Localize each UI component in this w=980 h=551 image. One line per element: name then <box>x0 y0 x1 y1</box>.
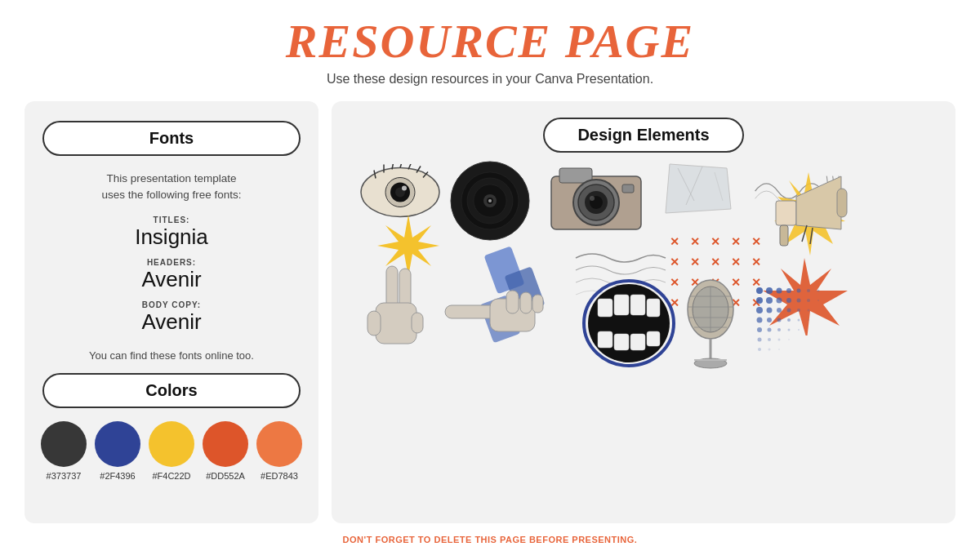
svg-point-119 <box>787 318 791 322</box>
svg-point-115 <box>808 309 810 312</box>
svg-point-77 <box>588 284 670 362</box>
svg-rect-69 <box>368 311 381 335</box>
svg-rect-78 <box>598 299 612 317</box>
svg-point-118 <box>777 318 782 322</box>
svg-point-130 <box>788 339 790 340</box>
svg-point-121 <box>808 319 809 321</box>
mouth-element <box>580 278 678 368</box>
svg-point-109 <box>817 300 819 301</box>
svg-point-120 <box>798 319 800 322</box>
svg-point-124 <box>777 328 781 331</box>
svg-point-103 <box>756 297 763 304</box>
svg-point-106 <box>786 298 791 303</box>
svg-point-18 <box>488 199 492 202</box>
design-elements-label: Design Elements <box>543 118 743 153</box>
svg-point-105 <box>777 298 782 304</box>
font-titles-label: TITLES: <box>51 216 292 224</box>
color-swatch-4: #DD552A <box>203 421 248 481</box>
svg-point-108 <box>807 299 810 302</box>
color-hex-2: #2F4396 <box>100 471 135 481</box>
font-headers-label: HEADERS: <box>51 258 292 267</box>
svg-rect-68 <box>376 303 416 344</box>
svg-point-114 <box>797 309 800 312</box>
page-wrapper: RESOURCE PAGE Use these design resources… <box>0 0 980 551</box>
svg-text:✕: ✕ <box>670 256 679 269</box>
svg-point-96 <box>756 287 763 294</box>
svg-point-133 <box>778 349 780 350</box>
font-item-body: BODY COPY: Avenir <box>51 300 292 335</box>
colors-section: Colors #373737 #2F4396 #F4C22D <box>42 373 301 481</box>
svg-text:✕: ✕ <box>690 235 700 248</box>
pointing-hand-element <box>441 282 547 348</box>
font-headers-value: Avenir <box>51 267 292 292</box>
font-titles-value: Insignia <box>51 224 292 250</box>
font-body-label: BODY COPY: <box>51 300 292 309</box>
color-swatch-3: #F4C22D <box>149 421 194 481</box>
svg-point-4 <box>402 186 407 191</box>
camera-element <box>547 160 645 233</box>
svg-marker-27 <box>666 164 731 213</box>
svg-text:✕: ✕ <box>710 235 720 248</box>
color-circle-2 <box>95 421 140 467</box>
megaphone-element <box>751 164 866 262</box>
svg-point-116 <box>757 318 763 323</box>
elements-grid: ✕ ✕ ✕ ✕ ✕ ✕ ✕ ✕ ✕ ✕ ✕ ✕ ✕ <box>351 164 936 510</box>
svg-rect-61 <box>837 189 847 217</box>
svg-rect-84 <box>630 334 645 350</box>
color-hex-3: #F4C22D <box>152 471 190 481</box>
font-body-value: Avenir <box>51 309 292 335</box>
main-content: Fonts This presentation templateuses the… <box>0 93 980 531</box>
svg-point-99 <box>786 288 791 293</box>
svg-point-131 <box>758 348 761 351</box>
svg-point-125 <box>788 329 791 331</box>
fonts-label: Fonts <box>42 121 301 156</box>
svg-rect-82 <box>598 331 612 348</box>
header: RESOURCE PAGE Use these design resources… <box>286 0 694 93</box>
font-item-headers: HEADERS: Avenir <box>51 258 292 292</box>
halftone-element <box>751 282 833 364</box>
svg-rect-70 <box>412 313 423 333</box>
svg-point-25 <box>590 196 595 201</box>
svg-rect-79 <box>614 295 629 315</box>
color-swatch-5: #ED7843 <box>256 421 302 481</box>
crumpled-paper-element <box>662 160 735 217</box>
svg-point-110 <box>756 307 763 313</box>
svg-rect-74 <box>520 292 532 313</box>
page-subtitle: Use these design resources in your Canva… <box>286 72 694 87</box>
design-elements-header: Design Elements <box>351 118 936 153</box>
svg-text:✕: ✕ <box>710 256 720 269</box>
svg-point-132 <box>768 349 771 351</box>
color-circle-5 <box>256 421 302 467</box>
svg-text:✕: ✕ <box>690 256 700 269</box>
svg-text:✕: ✕ <box>670 235 679 248</box>
svg-point-102 <box>817 290 820 292</box>
color-hex-1: #373737 <box>47 471 82 481</box>
color-circle-1 <box>41 421 87 467</box>
color-swatch-1: #373737 <box>41 421 87 481</box>
svg-point-122 <box>757 327 762 332</box>
svg-rect-83 <box>614 334 629 350</box>
svg-point-97 <box>766 287 773 294</box>
microphone-element <box>678 278 743 376</box>
svg-point-100 <box>797 289 801 293</box>
svg-point-101 <box>807 289 810 292</box>
font-items: TITLES: Insignia HEADERS: Avenir BODY CO… <box>42 216 301 335</box>
color-hex-5: #ED7843 <box>261 471 298 481</box>
svg-rect-26 <box>622 184 634 193</box>
svg-point-111 <box>767 308 773 313</box>
left-panel: Fonts This presentation templateuses the… <box>24 101 318 523</box>
color-circle-3 <box>149 421 194 467</box>
svg-point-113 <box>787 309 791 313</box>
svg-point-123 <box>768 328 772 332</box>
peace-hand-element <box>363 262 429 368</box>
svg-marker-60 <box>796 176 841 229</box>
svg-point-104 <box>766 297 773 304</box>
find-fonts-note: You can find these fonts online too. <box>42 349 301 362</box>
svg-rect-81 <box>647 299 660 317</box>
svg-point-117 <box>767 318 772 322</box>
footer-note: DON'T FORGET TO DELETE THIS PAGE BEFORE … <box>318 531 662 551</box>
svg-rect-85 <box>647 331 660 346</box>
right-panel: Design Elements <box>332 101 956 523</box>
svg-rect-73 <box>506 291 519 313</box>
color-swatches: #373737 #2F4396 #F4C22D #DD552A <box>42 421 301 481</box>
